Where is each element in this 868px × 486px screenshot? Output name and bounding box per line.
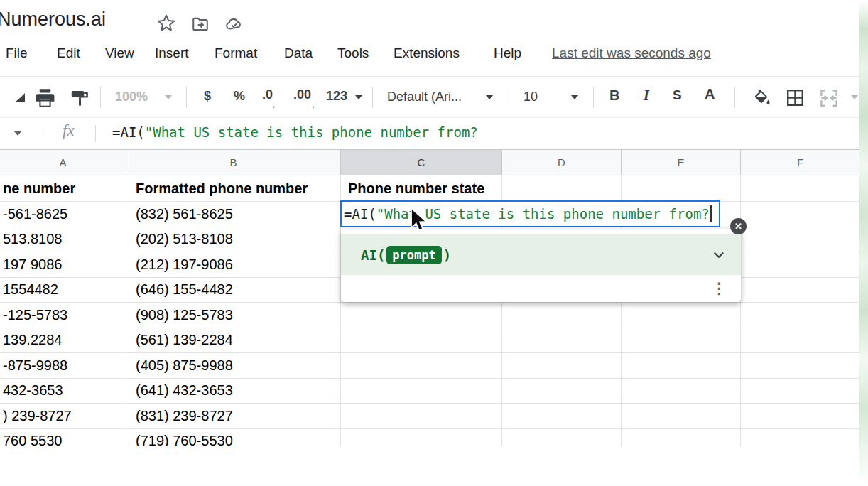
cell-e9[interactable] [622,379,741,404]
cell-b6[interactable]: (908) 125-5783 [126,303,341,328]
strikethrough-button[interactable]: S [673,87,682,103]
cell-a11[interactable]: 760 5530 [0,429,126,447]
cell-b5[interactable]: (646) 155-4482 [126,278,341,303]
cell-c11[interactable] [341,429,502,447]
cell-a3[interactable]: 513.8108 [0,227,126,253]
last-edit-link[interactable]: Last edit was seconds ago [552,45,711,61]
cell-d9[interactable] [502,379,622,404]
menu-file[interactable]: File [6,45,28,61]
zoom-select[interactable]: 100% [115,90,148,104]
menu-view[interactable]: View [105,45,134,61]
column-header-d[interactable]: D [502,150,622,176]
fill-color-icon[interactable] [751,87,771,111]
star-icon[interactable] [157,14,175,32]
document-title[interactable]: Numerous.ai [0,9,106,31]
cell-a8[interactable]: -875-9988 [0,353,126,379]
cell-f3[interactable] [741,227,860,253]
print-icon[interactable] [34,87,56,112]
menu-insert[interactable]: Insert [155,45,189,61]
cell-f1[interactable] [741,176,860,202]
cell-c10[interactable] [341,404,502,429]
chevron-down-icon[interactable] [711,247,727,266]
cell-a6[interactable]: -125-5783 [0,303,126,328]
cell-d8[interactable] [502,353,622,379]
cell-f9[interactable] [741,379,860,404]
cell-a10[interactable]: ) 239-8727 [0,404,126,429]
zoom-caret-icon[interactable] [165,95,172,99]
cell-f8[interactable] [741,353,860,379]
column-header-a[interactable]: A [0,150,126,176]
menu-tools[interactable]: Tools [337,45,369,61]
menu-extensions[interactable]: Extensions [394,45,460,61]
cell-b7[interactable]: (561) 139-2284 [126,328,341,354]
cell-b3[interactable]: (202) 513-8108 [126,227,341,253]
merge-cells-caret-icon[interactable] [851,95,858,99]
bold-button[interactable]: B [609,87,619,104]
cell-d7[interactable] [502,328,622,354]
cell-a9[interactable]: 432-3653 [0,379,126,404]
cloud-saved-icon[interactable] [224,15,243,33]
close-icon[interactable]: ✕ [730,218,747,234]
cell-e10[interactable] [622,404,741,429]
font-family-caret-icon[interactable] [486,95,493,99]
more-formats-button[interactable]: 123 [326,89,347,104]
cell-b4[interactable]: (212) 197-9086 [126,252,341,278]
more-options-icon[interactable]: ⋮ [712,279,727,298]
menu-help[interactable]: Help [494,45,521,61]
cell-d11[interactable] [502,429,622,447]
cell-e8[interactable] [622,353,741,379]
move-to-folder-icon[interactable] [191,15,210,33]
cell-b9[interactable]: (641) 432-3653 [126,379,341,404]
column-header-c[interactable]: C [341,150,502,176]
cell-e7[interactable] [622,328,741,354]
format-currency-button[interactable]: $ [204,89,211,104]
column-header-e[interactable]: E [622,150,741,176]
cell-f7[interactable] [741,328,860,354]
cell-c1[interactable]: Phone number state [341,176,502,202]
formula-input[interactable]: =AI("What US state is this phone number … [112,124,478,140]
cell-a5[interactable]: 1554482 [0,278,126,303]
font-size-caret-icon[interactable] [571,95,578,99]
autocomplete-suggestion[interactable]: AI(prompt) [341,234,741,275]
cell-c6[interactable] [341,303,502,328]
cell-b8[interactable]: (405) 875-9988 [126,353,341,379]
cell-e11[interactable] [622,429,741,447]
column-header-b[interactable]: B [126,150,341,176]
cell-f11[interactable] [741,429,860,447]
more-formats-caret-icon[interactable] [355,95,362,99]
cell-f2[interactable] [741,202,860,227]
redo-icon-partial[interactable] [14,93,26,106]
borders-icon[interactable] [785,87,805,111]
cell-a4[interactable]: 197 9086 [0,252,126,278]
menu-format[interactable]: Format [215,45,257,61]
cell-a7[interactable]: 139.2284 [0,328,126,354]
cell-e1[interactable] [622,176,741,202]
name-box-caret-icon[interactable] [14,131,21,136]
font-size-select[interactable]: 10 [523,90,538,104]
cell-c8[interactable] [341,353,502,379]
format-percent-button[interactable]: % [234,89,245,104]
menu-data[interactable]: Data [284,45,313,61]
cell-b11[interactable]: (719) 760-5530 [126,429,341,447]
italic-button[interactable]: I [644,87,649,104]
cell-b1[interactable]: Formatted phone number [126,176,341,202]
cell-a1[interactable]: ne number [0,176,126,202]
cell-b2[interactable]: (832) 561-8625 [126,202,341,227]
cell-c9[interactable] [341,379,502,404]
cell-f4[interactable] [741,252,860,278]
column-header-f[interactable]: F [741,150,860,176]
cell-d1[interactable] [502,176,622,202]
paint-format-icon[interactable] [69,87,90,112]
cell-f6[interactable] [741,303,860,328]
cell-f5[interactable] [741,278,860,303]
cell-f10[interactable] [741,404,860,429]
cell-d6[interactable] [502,303,622,328]
cell-d10[interactable] [502,404,622,429]
cell-a2[interactable]: -561-8625 [0,202,126,227]
cell-editor[interactable]: =AI("What US state is this phone number … [340,200,720,227]
font-family-select[interactable]: Default (Ari... [387,90,462,104]
menu-edit[interactable]: Edit [57,45,80,61]
merge-cells-icon[interactable] [818,87,840,112]
text-color-button[interactable]: A [705,86,715,102]
cell-b10[interactable]: (831) 239-8727 [126,404,341,429]
